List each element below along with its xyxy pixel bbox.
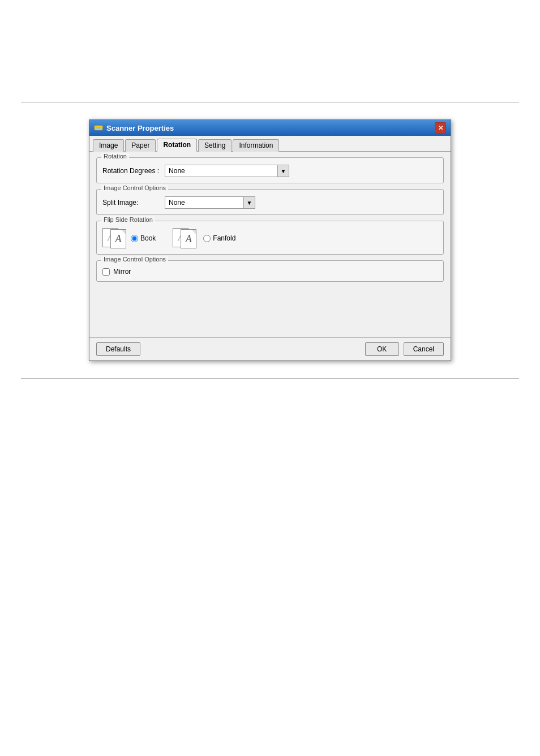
fanfold-label-text: Fanfold (213, 234, 235, 242)
book-page-front: A (110, 229, 126, 248)
mirror-checkbox[interactable] (102, 268, 110, 276)
rotation-group: Rotation Rotation Degrees : None ▼ (96, 157, 444, 183)
flip-row: A A Book (102, 228, 438, 248)
image-control-group2-label: Image Control Options (101, 256, 168, 263)
rotation-degrees-dropdown[interactable]: None ▼ (165, 165, 289, 177)
spacer (96, 287, 444, 333)
flip-side-group: Flip Side Rotation A A (96, 221, 444, 255)
top-rule (21, 102, 519, 102)
scanner-icon (94, 123, 103, 132)
tab-setting[interactable]: Setting (198, 139, 232, 152)
image-control-group1: Image Control Options Split Image: None … (96, 189, 444, 215)
rotation-degrees-value: None (165, 166, 277, 176)
dialog-title-left: Scanner Properties (94, 123, 174, 132)
mirror-label: Mirror (113, 268, 131, 276)
dialog-body: Rotation Rotation Degrees : None ▼ Image… (89, 152, 451, 337)
rotation-group-label: Rotation (101, 153, 129, 160)
fanfold-radio[interactable] (203, 235, 211, 242)
rotation-content: Rotation Degrees : None ▼ (102, 165, 438, 177)
tab-bar: Image Paper Rotation Setting Information (89, 136, 451, 152)
book-icon: A A (102, 228, 127, 248)
split-image-dropdown[interactable]: None ▼ (165, 196, 255, 209)
fanfold-page-fold (191, 230, 196, 234)
fanfold-icon: A A (173, 228, 198, 248)
image-control-group2: Image Control Options Mirror (96, 260, 444, 282)
tab-paper[interactable]: Paper (125, 139, 156, 152)
bottom-rule (21, 378, 519, 379)
split-image-value: None (165, 197, 243, 208)
fanfold-option: A A Fanfold (173, 228, 235, 248)
tab-information[interactable]: Information (233, 139, 279, 152)
tab-image[interactable]: Image (93, 139, 124, 152)
split-image-label: Split Image: (102, 199, 159, 207)
flip-side-group-label: Flip Side Rotation (101, 216, 155, 223)
book-radio[interactable] (131, 235, 138, 242)
book-label-text: Book (140, 234, 156, 242)
footer-right: OK Cancel (365, 342, 444, 356)
cancel-button[interactable]: Cancel (404, 342, 444, 356)
ok-button[interactable]: OK (365, 342, 399, 356)
book-radio-label[interactable]: Book (131, 234, 156, 242)
image-control1-content: Split Image: None ▼ (102, 196, 438, 209)
page-fold (121, 230, 126, 234)
rotation-degrees-label: Rotation Degrees : (102, 167, 159, 175)
dialog-title-text: Scanner Properties (106, 124, 174, 132)
defaults-button[interactable]: Defaults (96, 342, 140, 356)
dialog-titlebar: Scanner Properties ✕ (89, 120, 451, 136)
fanfold-radio-label[interactable]: Fanfold (203, 234, 235, 242)
scanner-properties-dialog: Scanner Properties ✕ Image Paper Rotatio… (89, 119, 451, 361)
dialog-footer: Defaults OK Cancel (89, 337, 451, 360)
split-image-arrow[interactable]: ▼ (243, 197, 255, 208)
fanfold-page-front: A (181, 229, 196, 248)
page-wrapper: Scanner Properties ✕ Image Paper Rotatio… (0, 102, 540, 379)
close-button[interactable]: ✕ (435, 122, 446, 134)
book-option: A A Book (102, 228, 156, 248)
mirror-row: Mirror (102, 268, 438, 276)
rotation-degrees-arrow[interactable]: ▼ (277, 165, 289, 177)
image-control-group1-label: Image Control Options (101, 184, 168, 191)
tab-rotation[interactable]: Rotation (157, 139, 197, 152)
svg-rect-2 (94, 127, 103, 128)
